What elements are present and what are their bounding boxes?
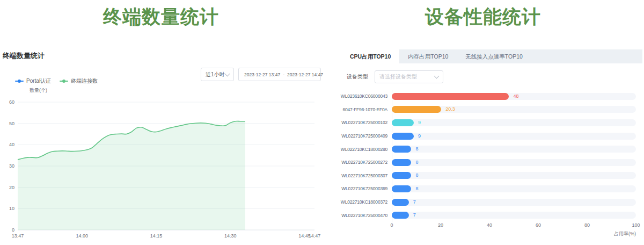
x-tick-label: 20 [438, 222, 443, 228]
bar-track: 8 [392, 146, 636, 153]
bar-track: 7 [392, 199, 636, 206]
bar-row: WL022710KC180002808 [338, 142, 636, 156]
y-tick-label: 20 [9, 185, 14, 190]
date-separator: - [283, 72, 284, 77]
bar-fill[interactable] [392, 106, 441, 113]
x-tick-label: 60 [536, 222, 541, 228]
cpu-top10-bar-chart: WL023610KC06000043486047-FF96-1070-EF0A2… [338, 90, 636, 222]
bar-chart-x-axis-label: 占用率(%) [392, 230, 636, 237]
time-range-value: 近1小时 [206, 71, 225, 78]
device-type-select[interactable]: 请选择设备类型 [375, 70, 443, 83]
area-fill [18, 121, 245, 230]
device-label: WL022710K725000307 [338, 173, 392, 178]
perf-tabs: CPU占用TOP10内存占用TOP10无线接入点速率TOP10 [341, 49, 642, 63]
bar-track: 8 [392, 159, 636, 166]
legend-marker-icon [15, 81, 24, 82]
x-tick-label: 80 [584, 222, 590, 228]
tab-2[interactable]: 无线接入点速率TOP10 [457, 49, 531, 63]
y-axis-label: 数量(个) [30, 87, 47, 94]
bar-value-label: 8 [415, 172, 418, 179]
bar-value-label: 8 [415, 159, 418, 166]
x-tick-label: 14:30 [224, 233, 237, 239]
bar-value-label: 7 [413, 199, 416, 206]
bar-row: WL022710KC180003727 [338, 196, 636, 209]
bar-track: 8 [392, 185, 636, 192]
terminal-count-line-chart: 010203040506013:4714:0014:1514:3014:4514… [0, 97, 322, 245]
chevron-down-icon [225, 71, 230, 76]
section-title-device-perf: 设备性能统计 [322, 4, 644, 30]
y-tick-label: 10 [9, 206, 14, 211]
tab-0[interactable]: CPU占用TOP10 [341, 49, 399, 63]
chart-controls: 近1小时 2023-12-27 13:47 - 2023-12-27 14:47 [201, 68, 321, 81]
y-tick-label: 30 [9, 163, 14, 169]
y-tick-label: 60 [9, 99, 14, 105]
bar-value-label: 9 [418, 133, 421, 140]
chart-legend: Portal认证 终端连接数 [15, 77, 98, 85]
legend-item-portal[interactable]: Portal认证 [15, 77, 51, 85]
device-label: WL022710KC18000280 [338, 147, 392, 152]
x-tick-label: 13:47 [12, 233, 24, 239]
bar-row: WL022710K7250001029 [338, 116, 636, 129]
bar-fill[interactable] [392, 133, 414, 140]
bar-fill[interactable] [392, 199, 409, 206]
date-start: 2023-12-27 13:47 [244, 72, 280, 77]
device-label: 6047-FF96-1070-EF0A [338, 107, 392, 112]
bar-fill[interactable] [392, 93, 509, 100]
bar-fill[interactable] [392, 185, 411, 192]
date-range-picker[interactable]: 2023-12-27 13:47 - 2023-12-27 14:47 [238, 68, 321, 81]
bar-row: 6047-FF96-1070-EF0A20.3 [338, 103, 636, 117]
bar-value-label: 8 [415, 146, 418, 153]
legend-marker-icon [60, 81, 68, 82]
device-label: WL022710K725000102 [338, 120, 392, 125]
x-tick-label: 40 [487, 222, 492, 228]
bar-fill[interactable] [392, 212, 409, 219]
bar-row: WL022710K7250004707 [338, 208, 636, 222]
device-label: WL022710K725000470 [338, 213, 392, 218]
bar-track: 9 [392, 119, 636, 126]
legend-item-terminal-connections[interactable]: 终端连接数 [60, 77, 98, 85]
bar-track: 48 [392, 93, 636, 100]
bar-row: WL022710K7250002728 [338, 156, 636, 169]
legend-label: Portal认证 [26, 77, 51, 85]
bar-track: 8 [392, 172, 636, 179]
y-tick-label: 50 [9, 121, 14, 126]
section-title-terminal: 终端数量统计 [0, 4, 322, 30]
bar-fill[interactable] [392, 146, 411, 153]
x-tick-label: 100 [632, 222, 640, 228]
bar-fill[interactable] [392, 172, 411, 179]
device-label: WL023610KC06000043 [338, 93, 392, 99]
tab-1[interactable]: 内存占用TOP10 [399, 49, 457, 63]
bar-value-label: 48 [513, 93, 518, 100]
bar-value-label: 9 [418, 119, 421, 126]
terminal-stats-section: 终端数量统计 终端数量统计 近1小时 2023-12-27 13:47 - 20… [0, 0, 322, 245]
device-type-filter: 设备类型 请选择设备类型 [347, 70, 443, 83]
bar-fill[interactable] [392, 159, 411, 166]
y-tick-label: 40 [9, 142, 14, 147]
x-tick-label: 0 [390, 222, 393, 228]
device-label: WL022710K725000369 [338, 186, 392, 191]
device-label: WL022710K725000272 [338, 160, 392, 165]
x-tick-label: 14:15 [150, 233, 163, 239]
time-range-select[interactable]: 近1小时 [201, 68, 234, 81]
bar-track: 9 [392, 133, 636, 140]
bar-chart-x-ticks: 020406080100 [392, 222, 636, 229]
legend-label: 终端连接数 [71, 77, 98, 85]
bar-row: WL022710K7250004099 [338, 129, 636, 143]
device-label: WL022710KC18000372 [338, 199, 392, 205]
x-tick-label: 14:00 [76, 233, 89, 239]
bar-value-label: 7 [413, 212, 416, 219]
bar-row: WL022710K7250003698 [338, 182, 636, 196]
bar-value-label: 20.3 [445, 106, 455, 113]
bar-row: WL022710K7250003078 [338, 169, 636, 183]
date-end: 2023-12-27 14:47 [287, 72, 323, 77]
bar-row: WL023610KC0600004348 [338, 90, 636, 103]
device-perf-section: 设备性能统计 CPU占用TOP10内存占用TOP10无线接入点速率TOP10 设… [322, 0, 644, 245]
bar-track: 7 [392, 212, 636, 219]
device-type-placeholder: 请选择设备类型 [379, 73, 417, 81]
bar-value-label: 8 [415, 185, 418, 192]
y-tick-label: 0 [12, 227, 14, 233]
bar-fill[interactable] [392, 119, 414, 126]
device-type-label: 设备类型 [347, 73, 368, 81]
panel-title-terminal: 终端数量统计 [3, 51, 45, 61]
device-label: WL022710K725000409 [338, 133, 392, 139]
